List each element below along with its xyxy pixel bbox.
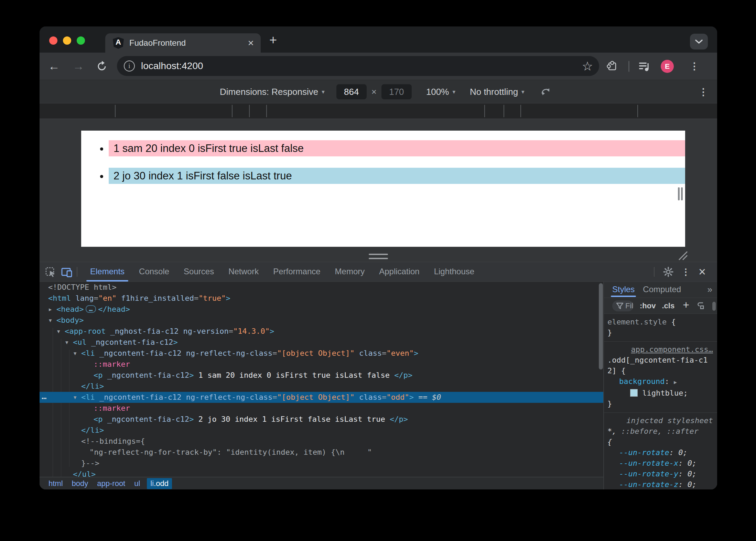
- device-toolbar-menu-button[interactable]: ⋮: [699, 86, 708, 98]
- devtools-tab-network[interactable]: Network: [221, 262, 266, 281]
- sidebar-tab-computed[interactable]: Computed: [643, 282, 681, 297]
- extensions-button[interactable]: [606, 53, 618, 80]
- devtools-tab-sources[interactable]: Sources: [176, 262, 221, 281]
- toggle-device-toolbar-button[interactable]: [61, 267, 73, 278]
- breadcrumb-ul[interactable]: ul: [134, 479, 140, 488]
- dom-node[interactable]: </li>: [40, 381, 604, 392]
- breadcrumb-html[interactable]: html: [48, 479, 63, 488]
- dom-node[interactable]: ▶<head>…</head>: [40, 304, 604, 315]
- page-list-item[interactable]: 2 jo 30 index 1 isFirst false isLast tru…: [109, 168, 685, 184]
- dom-node[interactable]: <!--bindings={: [40, 436, 604, 447]
- styles-filter-input[interactable]: Filter: [612, 300, 634, 311]
- style-declaration-row[interactable]: background: ▶: [607, 376, 714, 388]
- style-declaration-row[interactable]: lightblue;: [607, 388, 714, 398]
- breadcrumb-li.odd[interactable]: li.odd: [147, 478, 172, 489]
- dom-node[interactable]: <!DOCTYPE html>: [40, 282, 604, 293]
- page-resize-handle[interactable]: [678, 187, 680, 200]
- viewport-width-input[interactable]: 864: [336, 84, 367, 99]
- style-declaration-row[interactable]: --un-rotate-y: 0;: [607, 468, 714, 479]
- styles-scrollbar[interactable]: [712, 302, 716, 311]
- new-tab-button[interactable]: +: [269, 33, 277, 47]
- collapse-arrow-icon[interactable]: ▼: [49, 315, 52, 326]
- devtools-tab-application[interactable]: Application: [372, 262, 426, 281]
- color-swatch[interactable]: [630, 389, 638, 397]
- browser-menu-button[interactable]: ⋮: [690, 53, 699, 80]
- dom-tree-scrollbar[interactable]: [599, 283, 603, 369]
- dom-node-selected[interactable]: …▼<li _ngcontent-fia-c12 ng-reflect-ng-c…: [40, 392, 604, 403]
- profile-avatar[interactable]: E: [661, 60, 674, 73]
- devtools-settings-button[interactable]: [663, 262, 674, 281]
- node-menu-dots-icon[interactable]: …: [42, 391, 47, 402]
- tab-search-button[interactable]: [690, 34, 708, 49]
- dom-token-badge[interactable]: …: [86, 305, 96, 313]
- devtools-tab-lighthouse[interactable]: Lighthouse: [427, 262, 482, 281]
- close-window-button[interactable]: [49, 36, 57, 45]
- dom-node[interactable]: ▼<ul _ngcontent-fia-c12>: [40, 337, 604, 348]
- style-declaration-row[interactable]: *, ::before, ::after: [607, 426, 714, 437]
- breadcrumb-app-root[interactable]: app-root: [97, 479, 125, 488]
- inspect-element-button[interactable]: [45, 267, 56, 278]
- devtools-tab-elements[interactable]: Elements: [83, 262, 132, 281]
- dom-node[interactable]: ▼<body>: [40, 315, 604, 326]
- site-info-icon[interactable]: i: [124, 60, 135, 71]
- dom-node[interactable]: <p _ngcontent-fia-c12> 2 jo 30 index 1 i…: [40, 414, 604, 425]
- stylesheet-source-link[interactable]: app.component.css…: [607, 344, 714, 355]
- rotate-viewport-button[interactable]: [540, 86, 552, 98]
- rendered-page[interactable]: 1 sam 20 index 0 isFirst true isLast fal…: [81, 131, 685, 247]
- dom-node[interactable]: </li>: [40, 425, 604, 436]
- tab-close-icon[interactable]: ×: [248, 38, 254, 48]
- dom-node[interactable]: ::marker: [40, 403, 604, 414]
- throttling-dropdown[interactable]: No throttling: [470, 87, 518, 97]
- devtools-tab-memory[interactable]: Memory: [328, 262, 372, 281]
- reload-button[interactable]: [96, 53, 107, 80]
- forward-button[interactable]: →: [73, 53, 84, 80]
- devtools-tab-performance[interactable]: Performance: [266, 262, 327, 281]
- dimensions-dropdown[interactable]: Dimensions: Responsive: [220, 87, 318, 97]
- page-list-item[interactable]: 1 sam 20 index 0 isFirst true isLast fal…: [109, 140, 685, 156]
- more-tabs-button[interactable]: »: [708, 282, 712, 297]
- devtools-menu-button[interactable]: ⋮: [681, 262, 690, 281]
- dom-node[interactable]: <p _ngcontent-fia-c12> 1 sam 20 index 0 …: [40, 370, 604, 381]
- style-declaration-row[interactable]: .odd[_ngcontent-fia-c12] {: [607, 355, 714, 376]
- dom-node[interactable]: <html lang="en" f1hire_installed="true">: [40, 293, 604, 304]
- styles-options-icon[interactable]: [697, 301, 706, 310]
- style-declaration-row[interactable]: --un-rotate-x: 0;: [607, 458, 714, 468]
- collapse-arrow-icon[interactable]: ▼: [74, 348, 76, 359]
- media-controls-button[interactable]: [638, 53, 650, 80]
- style-declaration-row[interactable]: {: [607, 437, 714, 447]
- minimize-window-button[interactable]: [63, 36, 71, 45]
- dom-node[interactable]: ▼<app-root _nghost-fia-c12 ng-version="1…: [40, 326, 604, 337]
- collapse-arrow-icon[interactable]: ▼: [65, 337, 68, 348]
- devtools-tab-console[interactable]: Console: [132, 262, 176, 281]
- toggle-element-state-button[interactable]: :hov: [640, 301, 656, 310]
- url-text[interactable]: localhost:4200: [141, 60, 203, 71]
- corner-resize-grip[interactable]: [677, 250, 689, 261]
- style-declaration-row[interactable]: }: [607, 398, 714, 409]
- url-bar[interactable]: i localhost:4200 ☆: [117, 56, 599, 76]
- collapse-arrow-icon[interactable]: ▼: [74, 392, 76, 403]
- back-button[interactable]: ←: [48, 53, 60, 80]
- page-resize-handle[interactable]: [681, 187, 683, 200]
- element-classes-button[interactable]: .cls: [662, 301, 674, 310]
- style-declaration-row[interactable]: element.style {: [607, 317, 714, 327]
- sidebar-tab-styles[interactable]: Styles: [612, 282, 635, 297]
- dom-node[interactable]: }-->: [40, 458, 604, 469]
- style-declaration-row[interactable]: }: [607, 327, 714, 338]
- maximize-window-button[interactable]: [77, 36, 85, 45]
- bookmark-star-icon[interactable]: ☆: [582, 59, 593, 74]
- collapse-arrow-icon[interactable]: ▼: [57, 326, 60, 337]
- style-declaration-row[interactable]: --un-rotate: 0;: [607, 447, 714, 458]
- dom-node[interactable]: ▼<li _ngcontent-fia-c12 ng-reflect-ng-cl…: [40, 348, 604, 359]
- new-style-rule-button[interactable]: +: [683, 299, 689, 311]
- style-declaration-row[interactable]: --un-rotate-z: 0;: [607, 479, 714, 489]
- devtools-splitter-handle[interactable]: [369, 254, 388, 262]
- viewport-height-input[interactable]: 170: [381, 84, 412, 99]
- browser-tab[interactable]: A FudaoFrontend ×: [105, 33, 261, 53]
- style-token-parrow[interactable]: ▶: [674, 379, 677, 385]
- dom-node[interactable]: "ng-reflect-ng-for-track-by": "identity(…: [40, 447, 604, 458]
- expand-arrow-icon[interactable]: ▶: [49, 304, 52, 315]
- devtools-close-button[interactable]: ×: [699, 262, 706, 281]
- zoom-dropdown[interactable]: 100%: [426, 87, 449, 97]
- dom-node[interactable]: ::marker: [40, 359, 604, 370]
- breadcrumb-body[interactable]: body: [72, 479, 88, 488]
